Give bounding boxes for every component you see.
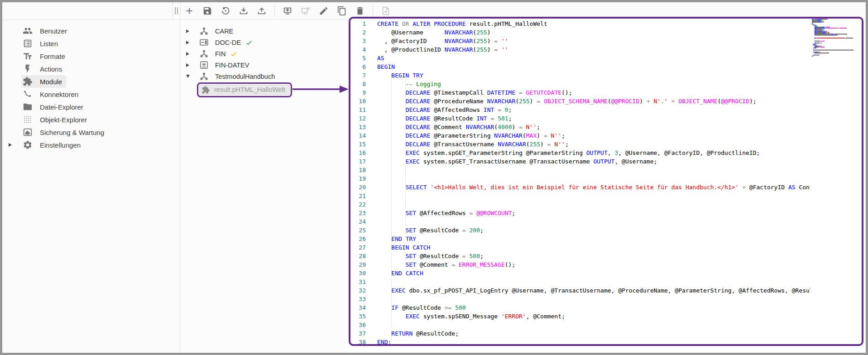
code-content[interactable]: CREATE OR ALTER PROCEDURE result.pHTML_H…: [350, 19, 810, 346]
sidebar-item-body[interactable]: Benutzer: [21, 24, 71, 37]
sidebar-item-body[interactable]: Actions: [21, 62, 66, 75]
sidebar-item-body[interactable]: Konnektoren: [21, 88, 82, 101]
sidebar-item-listen[interactable]: Listen: [2, 37, 180, 50]
module-tree: CAREDOC-DEFINFIN-DATEVTestmodulHandbuchr…: [181, 20, 348, 353]
gear-icon: [23, 140, 33, 150]
sidebar-item-label: Datei-Explorer: [40, 103, 83, 111]
sidebar-item-formate[interactable]: Formate: [2, 50, 180, 62]
panel-splitter-handle[interactable]: [175, 7, 178, 14]
sidebar-item-label: Module: [40, 78, 62, 86]
code-line: END TRY: [350, 235, 810, 243]
tree-item-label: FIN: [215, 50, 225, 58]
sidebar-item-body[interactable]: Listen: [21, 37, 62, 50]
add-button[interactable]: [184, 5, 195, 16]
code-line: DECLARE @ProcedureName NVARCHAR(255) = O…: [350, 97, 810, 106]
copy-icon: [337, 6, 347, 16]
tree-item-label: TestmodulHandbuch: [215, 73, 275, 80]
sidebar-item-actions[interactable]: Actions: [2, 62, 180, 75]
code-line: BEGIN TRY: [350, 71, 810, 80]
sidebar-item-einstellungen[interactable]: Einstellungen: [2, 139, 180, 151]
trash-icon: [355, 6, 365, 16]
delete-button[interactable]: [355, 5, 365, 16]
toolbar-separator: [274, 5, 275, 17]
sidebar-item-label: Einstellungen: [40, 141, 81, 149]
code-line: [350, 321, 810, 329]
hierarchy-icon: [199, 26, 209, 36]
puzzle-icon: [201, 86, 210, 94]
expand-arrow-icon[interactable]: [9, 143, 12, 147]
tree-item-selected[interactable]: result.pHTML_HalloWelt: [199, 84, 290, 96]
code-line: BEGIN: [350, 62, 810, 71]
tree-item-fin[interactable]: FIN: [181, 48, 348, 59]
tree-item-testmodulhandbuch[interactable]: TestmodulHandbuch: [181, 71, 348, 82]
tree-item-doc-de[interactable]: DOC-DE: [181, 37, 348, 48]
tree-item-care[interactable]: CARE: [181, 25, 348, 37]
code-line: SET @ResultCode = 500;: [350, 252, 810, 260]
code-line: CREATE OR ALTER PROCEDURE result.pHTML_H…: [350, 19, 810, 28]
code-line: [350, 166, 810, 174]
file-plus-icon: [381, 6, 391, 16]
sql-code-editor[interactable]: 1234567891011121314151617181920212223242…: [350, 19, 862, 344]
code-line: DECLARE @ParameterString NVARCHAR(MAX) =…: [350, 131, 810, 140]
plus-icon: [184, 6, 194, 16]
sidebar-item-body[interactable]: Sicherung & Wartung: [21, 126, 108, 139]
sidebar-item-konnektoren[interactable]: Konnektoren: [2, 88, 180, 101]
sidebar-item-body[interactable]: Module: [21, 75, 66, 88]
hierarchy-icon: [199, 49, 209, 58]
upload-button[interactable]: [256, 5, 267, 16]
code-line: BEGIN CATCH: [350, 243, 810, 252]
code-line: END;: [350, 338, 810, 346]
download-icon: [239, 6, 249, 16]
save-button[interactable]: [202, 5, 213, 16]
new-document-button: [380, 5, 391, 16]
code-editor-annotation-border: 1234567891011121314151617181920212223242…: [349, 17, 863, 346]
download-button[interactable]: [238, 5, 249, 16]
sidebar-item-body[interactable]: Objekt-Explorer: [21, 113, 91, 126]
collapse-arrow-icon[interactable]: [186, 75, 190, 78]
sidebar-item-label: Objekt-Explorer: [40, 116, 87, 124]
list-icon: [23, 38, 33, 48]
minimap[interactable]: [810, 19, 862, 344]
code-line: [350, 174, 810, 183]
check-icon: [245, 38, 253, 47]
dots-grid-icon: [23, 115, 33, 125]
toolbar-separator: [373, 5, 373, 17]
sidebar-item-label: Actions: [40, 65, 62, 73]
restore-button[interactable]: [220, 5, 231, 16]
history-icon: [221, 6, 230, 16]
code-line: SET @AffectedRows = @@ROWCOUNT;: [350, 209, 810, 217]
code-line: EXEC system.spGET_ParameterString @Param…: [350, 149, 810, 157]
sidebar-item-datei-explorer[interactable]: Datei-Explorer: [2, 101, 180, 113]
save-icon: [202, 6, 212, 16]
expand-arrow-icon[interactable]: [186, 29, 189, 33]
uninstall-button: [300, 5, 311, 16]
edit-button[interactable]: [318, 5, 329, 16]
code-line: RETURN @ResultCode;: [350, 329, 810, 338]
expand-arrow-icon[interactable]: [186, 41, 189, 44]
code-line: [350, 200, 810, 209]
tree-item-label: FIN-DATEV: [215, 62, 249, 69]
screen-remove-icon: [301, 6, 311, 16]
sidebar-item-module[interactable]: Module: [2, 75, 180, 88]
sidebar-item-benutzer[interactable]: Benutzer: [2, 24, 180, 37]
code-line: AS: [350, 54, 810, 62]
code-line: SET @ResultCode = 200;: [350, 226, 810, 235]
sidebar-item-label: Sicherung & Wartung: [40, 129, 104, 136]
sidebar-item-label: Konnektoren: [40, 91, 78, 98]
folder-icon: [23, 102, 33, 112]
sidebar-item-body[interactable]: Formate: [21, 50, 69, 62]
code-line: [350, 278, 810, 286]
sidebar-item-body[interactable]: Datei-Explorer: [21, 101, 87, 113]
code-line: DECLARE @AffectedRows INT = 0;: [350, 106, 810, 114]
expand-arrow-icon[interactable]: [186, 52, 189, 56]
code-line: [350, 217, 810, 226]
code-line: -- Logging: [350, 80, 810, 88]
sidebar-item-objekt-explorer[interactable]: Objekt-Explorer: [2, 113, 180, 126]
sidebar-item-body[interactable]: Einstellungen: [21, 139, 85, 151]
duplicate-button[interactable]: [336, 5, 347, 16]
tree-item-fin-datev[interactable]: FIN-DATEV: [181, 59, 348, 71]
code-line: SET @Comment = ERROR_MESSAGE();: [350, 260, 810, 269]
sidebar-item-sicherung-wartung[interactable]: Sicherung & Wartung: [2, 126, 180, 139]
install-button[interactable]: [282, 5, 293, 16]
expand-arrow-icon[interactable]: [186, 63, 189, 67]
